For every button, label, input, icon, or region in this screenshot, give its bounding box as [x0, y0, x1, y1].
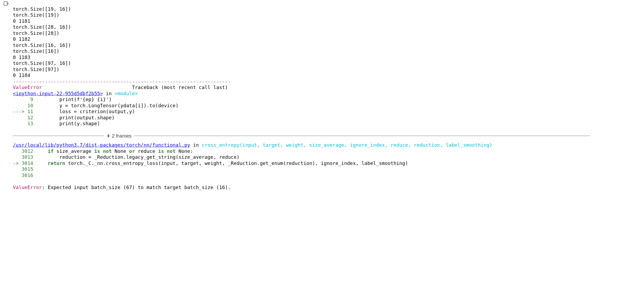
- traceback-code: y = torch.LongTensor(ydata[i]).to(device…: [59, 103, 178, 108]
- traceback-arrow: [13, 148, 22, 154]
- traceback-lineno: 10: [27, 103, 33, 108]
- stdout-line: torch.Size([19, 16]): [13, 6, 71, 12]
- traceback-lineno: 3013: [22, 154, 33, 160]
- stdout-line: torch.Size([19]): [13, 12, 59, 18]
- traceback-arrow: [13, 115, 27, 120]
- output-indicator-icon[interactable]: [3, 1, 13, 6]
- traceback-source-link[interactable]: <ipython-input-22-955d5dbf2b55>: [13, 91, 103, 96]
- traceback-arrow: --->: [13, 109, 27, 114]
- traceback-module: <module>: [114, 91, 138, 96]
- traceback-code: loss = criterion(output,y): [59, 109, 135, 114]
- stdout-line: torch.Size([97]): [13, 67, 59, 72]
- stdout-line: torch.Size([16]): [13, 48, 59, 54]
- frames-toggle-label: 2 frames: [112, 133, 132, 139]
- traceback-signature: (input, target, weight, size_average, ig…: [239, 142, 492, 148]
- traceback-lineno: 13: [27, 121, 33, 126]
- output-gutter: [0, 0, 13, 202]
- traceback-code: torch._C._nn.cross_entropy_loss(input, t…: [65, 160, 408, 166]
- traceback-keyword: return: [48, 160, 65, 166]
- frames-toggle-row: ▲▼2 frames: [13, 133, 642, 139]
- traceback-source-link[interactable]: /usr/local/lib/python3.7/dist-packages/t…: [13, 142, 190, 148]
- frames-toggle-button[interactable]: ▲▼2 frames: [104, 133, 134, 139]
- traceback-lineno: 3015: [22, 166, 33, 172]
- stdout-line: torch.Size([97, 16]): [13, 60, 71, 66]
- traceback-func: cross_entropy: [202, 142, 239, 148]
- expand-collapse-icon: ▲▼: [107, 134, 110, 138]
- traceback-arrow: [13, 166, 22, 172]
- frames-rule-left: [13, 136, 104, 136]
- traceback-final-message: : Expected input batch_size (67) to matc…: [42, 184, 231, 190]
- traceback-code: print(y.shape): [59, 121, 100, 126]
- traceback-code: print(output.shape): [59, 115, 114, 120]
- stdout-line: torch.Size([28, 16]): [13, 24, 71, 30]
- traceback-final-error-name: ValueError: [13, 184, 42, 190]
- stdout-line: 0 1183: [13, 54, 30, 60]
- traceback-lineno: 9: [30, 97, 33, 102]
- stdout-line: 0 1182: [13, 36, 30, 42]
- traceback-block: ----------------------------------------…: [13, 79, 642, 191]
- stdout-line: 0 1181: [13, 18, 30, 24]
- traceback-code: reduction = _Reduction.legacy_get_string…: [59, 154, 239, 160]
- stdout-line: torch.Size([16, 16]): [13, 42, 71, 48]
- stdout-line: torch.Size([28]): [13, 30, 59, 36]
- traceback-lineno: 3014: [22, 160, 33, 166]
- stdout-block: torch.Size([19, 16]) torch.Size([19]) 0 …: [13, 6, 642, 79]
- cell-output: torch.Size([19, 16]) torch.Size([19]) 0 …: [13, 0, 644, 202]
- traceback-arrow: ->: [13, 160, 22, 166]
- frames-rule-right: [134, 136, 590, 136]
- stdout-line: 0 1184: [13, 72, 30, 78]
- traceback-lineno: 12: [27, 115, 33, 120]
- traceback-error-name: ValueError: [13, 84, 42, 90]
- traceback-separator: ----------------------------------------…: [13, 79, 231, 84]
- traceback-lineno: 3016: [22, 172, 33, 178]
- traceback-arrow: [13, 154, 22, 160]
- output-cell: torch.Size([19, 16]) torch.Size([19]) 0 …: [0, 0, 644, 208]
- traceback-lineno: 11: [27, 109, 33, 114]
- traceback-lineno: 3012: [22, 148, 33, 154]
- traceback-recent-call: Traceback (most recent call last): [42, 84, 228, 90]
- traceback-in-word: in: [190, 142, 202, 148]
- traceback-arrow: [13, 103, 27, 108]
- traceback-arrow: [13, 172, 22, 178]
- traceback-arrow: [13, 97, 30, 102]
- traceback-in-word: in: [103, 91, 114, 96]
- traceback-arrow: [13, 121, 27, 126]
- traceback-code: print(f'{ep} {i}'): [59, 97, 112, 102]
- svg-rect-0: [4, 2, 7, 6]
